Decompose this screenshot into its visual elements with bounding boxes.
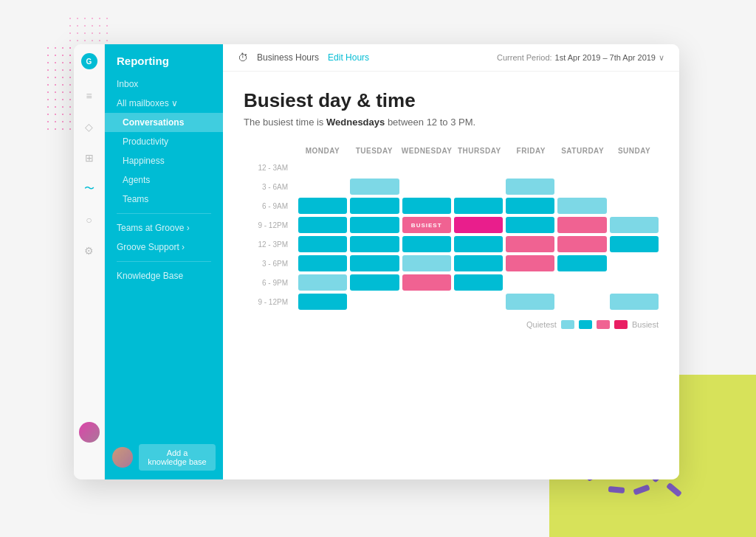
heat-cell (557, 159, 606, 176)
nav-separator (117, 213, 211, 214)
heat-cell (506, 179, 554, 195)
chart-icon[interactable]: 〜 (80, 180, 98, 198)
heat-cell (350, 294, 399, 310)
app-logo[interactable]: G (81, 53, 97, 69)
heatmap-row: 12 - 3PM (244, 236, 659, 252)
time-label: 6 - 9AM (244, 202, 295, 210)
main-content: ⏱ Business Hours Edit Hours Current Peri… (223, 44, 679, 479)
business-hours-label: Business Hours (257, 52, 319, 63)
screen-wrapper: G ≡ ◇ ⊞ 〜 ○ ⚙ Reporting Inbox All mailbo… (0, 0, 756, 537)
heat-cell (350, 255, 399, 271)
heat-cell (350, 159, 399, 176)
user-avatar (112, 447, 133, 468)
heatmap-col-tuesday: TUESDAY (350, 145, 399, 156)
heat-cell (454, 217, 503, 233)
legend-swatch-3 (597, 320, 610, 329)
heat-cell (298, 198, 347, 214)
heat-cell (454, 159, 503, 176)
heat-cell (454, 255, 503, 271)
heatmap-row: 3 - 6AM (244, 179, 659, 195)
menu-icon[interactable]: ≡ (80, 87, 98, 105)
current-period-value: 1st Apr 2019 – 7th Apr 2019 (555, 53, 656, 62)
nav-item-happiness[interactable]: Happiness (105, 151, 223, 170)
legend-swatch-2 (579, 320, 592, 329)
heat-cell (454, 294, 503, 310)
time-label: 9 - 12PM (244, 298, 295, 306)
time-label: 9 - 12PM (244, 221, 295, 229)
heat-cell (402, 274, 451, 291)
nav-item-teams[interactable]: Teams (105, 190, 223, 209)
sidebar-icons-strip: G ≡ ◇ ⊞ 〜 ○ ⚙ (74, 44, 105, 479)
grid-icon[interactable]: ⊞ (80, 149, 98, 167)
heat-cell (402, 236, 451, 252)
gear-icon[interactable]: ⚙ (80, 242, 98, 260)
nav-item-conversations[interactable]: Conversations (105, 113, 223, 132)
avatar[interactable] (79, 422, 100, 443)
heatmap-container: MONDAY TUESDAY WEDNESDAY THURSDAY FRIDAY… (244, 145, 659, 329)
heat-cell (610, 255, 659, 271)
nav-item-inbox[interactable]: Inbox (105, 75, 223, 94)
heat-cell-busiest: BUSIEST (402, 217, 451, 233)
heat-cell (402, 198, 451, 214)
heatmap-col-sunday: SUNDAY (610, 145, 659, 156)
sidebar-nav: Reporting Inbox All mailboxes ∨ Conversa… (105, 44, 223, 479)
report-title: Busiest day & time (244, 89, 659, 112)
sidebar-title: Reporting (105, 44, 223, 75)
add-knowledge-base-button[interactable]: Add a knowledge base (139, 444, 216, 471)
app-window: G ≡ ◇ ⊞ 〜 ○ ⚙ Reporting Inbox All mailbo… (74, 44, 679, 479)
current-period-prefix: Current Period: (497, 53, 552, 62)
report-subtitle: The busiest time is Wednesdays between 1… (244, 117, 659, 128)
heat-cell (402, 179, 451, 195)
edit-hours-link[interactable]: Edit Hours (328, 52, 369, 63)
heat-cell (506, 159, 554, 176)
time-label: 12 - 3PM (244, 240, 295, 249)
heat-cell (610, 179, 659, 195)
nav-item-knowledge-base[interactable]: Knowledge Base (105, 266, 223, 285)
nav-item-agents[interactable]: Agents (105, 170, 223, 190)
heatmap-legend: Quietest Busiest (244, 320, 659, 329)
heatmap-row: 12 - 3AM (244, 159, 659, 176)
heat-cell (454, 179, 503, 195)
tag-icon[interactable]: ◇ (80, 118, 98, 136)
heat-cell (298, 217, 347, 233)
time-label: 12 - 3AM (244, 164, 295, 172)
heat-cell (350, 217, 399, 233)
heat-cell (506, 236, 554, 252)
heat-cell (557, 198, 606, 214)
heat-cell (506, 274, 554, 291)
legend-busiest-label: Busiest (632, 320, 659, 329)
heatmap-col-wednesday: WEDNESDAY (402, 145, 453, 156)
nav-item-all-mailboxes[interactable]: All mailboxes ∨ (105, 94, 223, 113)
nav-item-productivity[interactable]: Productivity (105, 132, 223, 151)
heat-cell (402, 255, 451, 271)
heatmap-header: MONDAY TUESDAY WEDNESDAY THURSDAY FRIDAY… (244, 145, 659, 156)
topbar-left: ⏱ Business Hours Edit Hours (238, 52, 369, 63)
heat-cell (557, 236, 606, 252)
nav-item-teams-at-groove[interactable]: Teams at Groove (105, 218, 223, 238)
heatmap-row: 6 - 9AM (244, 198, 659, 214)
chat-icon[interactable]: ○ (80, 211, 98, 229)
nav-item-groove-support[interactable]: Groove Support (105, 238, 223, 257)
time-label: 3 - 6AM (244, 183, 295, 191)
heat-cell (350, 236, 399, 252)
legend-swatch-1 (561, 320, 574, 329)
heat-cell (402, 294, 451, 310)
heatmap-row: 3 - 6PM (244, 255, 659, 271)
report-body: Busiest day & time The busiest time is W… (223, 72, 679, 479)
heatmap-col-monday: MONDAY (298, 145, 347, 156)
heat-cell (610, 198, 659, 214)
heat-cell (610, 159, 659, 176)
heat-cell (610, 236, 659, 252)
heatmap-col-friday: FRIDAY (506, 145, 555, 156)
heat-cell (298, 274, 347, 291)
heat-cell (610, 217, 659, 233)
heat-cell (454, 236, 503, 252)
heatmap-row: 6 - 9PM (244, 274, 659, 291)
time-label: 3 - 6PM (244, 260, 295, 268)
topbar-right: Current Period: 1st Apr 2019 – 7th Apr 2… (497, 53, 664, 63)
heat-cell (350, 198, 399, 214)
heat-cell (610, 294, 659, 310)
period-chevron-icon[interactable]: ∨ (659, 53, 664, 63)
heat-cell (298, 255, 347, 271)
heat-cell (506, 255, 554, 271)
